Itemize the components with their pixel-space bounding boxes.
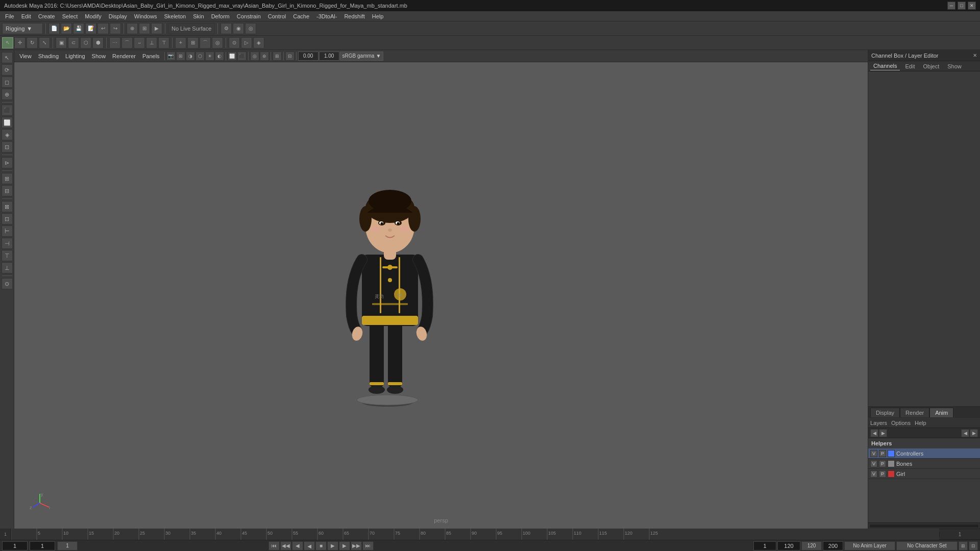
move-tool[interactable]: ✛: [14, 37, 26, 48]
vp-menu-lighting[interactable]: Lighting: [62, 52, 88, 60]
render-btn[interactable]: ▷: [241, 37, 252, 48]
menu-3dtoa[interactable]: -3DtoAl-: [313, 12, 340, 20]
attr-2-btn[interactable]: ⊡: [2, 213, 13, 224]
curve-tool-1[interactable]: ⬛: [2, 105, 13, 116]
rig-tool-3[interactable]: ⌣: [134, 37, 145, 48]
rotate-tool[interactable]: ↻: [27, 37, 38, 48]
pb-stop[interactable]: ■: [315, 541, 327, 550]
panel-close-btn[interactable]: ✕: [973, 53, 977, 58]
vp-menu-shading[interactable]: Shading: [35, 52, 62, 60]
menu-skeleton[interactable]: Skeleton: [161, 12, 189, 20]
vp-iso-btn[interactable]: ⊛: [260, 52, 269, 61]
rig-tool-4[interactable]: ⊥: [146, 37, 157, 48]
pb-first-frame[interactable]: ⏮: [268, 541, 280, 550]
open-btn[interactable]: 📂: [61, 23, 72, 34]
layer-item-girl[interactable]: V P Girl: [868, 469, 980, 479]
layer-bones-p[interactable]: P: [879, 460, 886, 467]
le-tab-display[interactable]: Display: [870, 408, 900, 417]
layer-controllers-v[interactable]: V: [870, 450, 877, 457]
curve-tool-4[interactable]: ⊡: [2, 141, 13, 153]
menu-modify[interactable]: Modify: [82, 12, 104, 20]
snap-curve-btn[interactable]: ⌒: [200, 37, 211, 48]
range-start-input[interactable]: [753, 541, 776, 550]
pb-last-frame[interactable]: ⏭: [362, 541, 374, 550]
redo-btn[interactable]: ↪: [110, 23, 121, 34]
tab-object[interactable]: Object: [920, 62, 942, 70]
menu-file[interactable]: File: [2, 12, 17, 20]
lasso-btn[interactable]: ⊂: [68, 37, 79, 48]
save-btn[interactable]: 💾: [73, 23, 84, 34]
grid-btn[interactable]: ⊞: [139, 23, 150, 34]
snap-expand-btn[interactable]: ⊙: [2, 278, 13, 289]
vp-menu-renderer[interactable]: Renderer: [109, 52, 139, 60]
pb-play-fwd[interactable]: ▶: [327, 541, 338, 550]
vp-wire-btn[interactable]: ⬜: [228, 52, 237, 61]
pb-play-back[interactable]: ▶: [304, 541, 315, 550]
vp-grid-btn[interactable]: ⊞: [273, 52, 282, 61]
select-tool[interactable]: ↖: [2, 37, 13, 48]
menu-create[interactable]: Create: [35, 12, 58, 20]
le-options-menu[interactable]: Options: [891, 420, 911, 426]
transform-btn[interactable]: ⊕: [2, 89, 13, 100]
pb-next-key[interactable]: ▶▶: [351, 541, 362, 550]
menu-redshift[interactable]: Redshift: [341, 12, 368, 20]
snap-point-btn[interactable]: +: [175, 37, 186, 48]
attr-5-btn[interactable]: ⊤: [2, 250, 13, 261]
snap-btn[interactable]: ⊕: [127, 23, 138, 34]
frame-input-2[interactable]: [30, 541, 55, 550]
tab-channels[interactable]: Channels: [870, 62, 900, 70]
vp-texture-btn[interactable]: ⬡: [195, 52, 205, 61]
attr-4-btn[interactable]: ⊣: [2, 238, 13, 249]
attr-1-btn[interactable]: ⊠: [2, 201, 13, 212]
layer-girl-v[interactable]: V: [870, 470, 877, 478]
curve-tool-3[interactable]: ◈: [2, 129, 13, 140]
soft-select-btn[interactable]: ⬢: [92, 37, 104, 48]
layer-item-controllers[interactable]: V P Controllers: [868, 448, 980, 459]
char-set-icon-1[interactable]: ⊞: [959, 541, 968, 550]
toolbar-extra-1[interactable]: ⚙: [220, 23, 232, 34]
layer-nav-back[interactable]: ◀: [961, 429, 969, 437]
curve-tool-2[interactable]: ⬜: [2, 117, 13, 128]
le-tab-render[interactable]: Render: [900, 408, 929, 417]
menu-cache[interactable]: Cache: [290, 12, 312, 20]
attr-3-btn[interactable]: ⊢: [2, 226, 13, 237]
save-as-btn[interactable]: 📝: [85, 23, 96, 34]
vp-menu-show[interactable]: Show: [89, 52, 109, 60]
snap-grid-btn[interactable]: ⊞: [187, 37, 199, 48]
vp-value1-input[interactable]: 0.00: [298, 52, 318, 61]
pb-next-frame[interactable]: ▶: [339, 541, 350, 550]
rig-tool-1[interactable]: ⋯: [109, 37, 120, 48]
ik-btn[interactable]: ⊳: [2, 157, 13, 168]
rig-tool-5[interactable]: ⊤: [158, 37, 169, 48]
vp-light-btn[interactable]: ☀: [205, 52, 214, 61]
layer-controllers-p[interactable]: P: [879, 450, 886, 457]
le-help-menu[interactable]: Help: [915, 420, 926, 426]
scale-tool[interactable]: ⤡: [39, 37, 50, 48]
rig-tool-2[interactable]: ⌒: [121, 37, 133, 48]
playback-speed-input[interactable]: [823, 541, 843, 550]
timeline-ruler[interactable]: text { font-size: 9px; fill: #888; font-…: [11, 529, 939, 540]
group-2-btn[interactable]: ⊟: [2, 185, 13, 196]
scrollbar-track[interactable]: [869, 524, 979, 528]
vp-hud-btn[interactable]: ⊟: [285, 52, 295, 61]
paint-select-btn[interactable]: ◻: [2, 77, 13, 88]
vp-display-btn[interactable]: ⊞: [176, 52, 185, 61]
ipr-btn[interactable]: ◈: [253, 37, 264, 48]
undo-btn[interactable]: ↩: [97, 23, 109, 34]
layer-girl-p[interactable]: P: [879, 470, 886, 478]
menu-edit[interactable]: Edit: [18, 12, 34, 20]
pb-prev-frame[interactable]: ◀: [292, 541, 303, 550]
vp-menu-view[interactable]: View: [16, 52, 35, 60]
minimize-button[interactable]: ─: [947, 2, 955, 10]
layer-nav-fwd[interactable]: ▶: [970, 429, 978, 437]
history-btn[interactable]: ⊙: [229, 37, 240, 48]
rigging-dropdown[interactable]: Rigging ▼: [2, 23, 43, 34]
menu-skin[interactable]: Skin: [190, 12, 207, 20]
paint-btn[interactable]: ⬡: [80, 37, 91, 48]
vp-shading-btn[interactable]: ◑: [186, 52, 195, 61]
snap-surface-btn[interactable]: ◎: [212, 37, 223, 48]
anim-layer-btn[interactable]: No Anim Layer: [844, 541, 895, 550]
vp-value2-input[interactable]: 1.00: [319, 52, 339, 61]
character-set-btn[interactable]: No Character Set: [896, 541, 958, 550]
toolbar-extra-2[interactable]: ◉: [233, 23, 244, 34]
